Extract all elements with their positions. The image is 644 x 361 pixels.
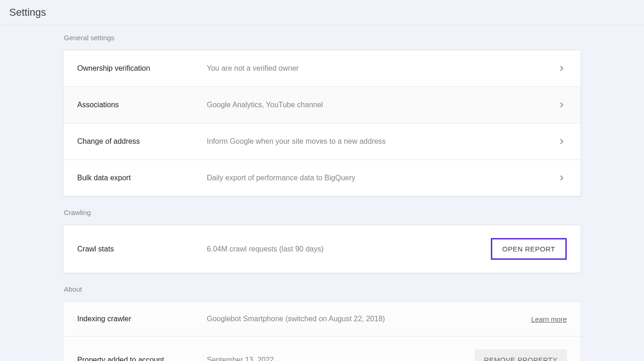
- chevron-right-icon: [557, 100, 567, 110]
- associations-row[interactable]: Associations Google Analytics, YouTube c…: [63, 87, 581, 123]
- general-settings-label: General settings: [63, 25, 581, 50]
- property-added-action: REMOVE PROPERTY: [475, 349, 567, 361]
- property-added-label: Property added to account: [77, 356, 207, 361]
- bulk-data-export-row[interactable]: Bulk data export Daily export of perform…: [63, 160, 581, 196]
- settings-content: General settings Ownership verification …: [58, 25, 586, 361]
- indexing-crawler-label: Indexing crawler: [77, 315, 207, 323]
- ownership-verification-row[interactable]: Ownership verification You are not a ver…: [63, 50, 581, 87]
- crawling-label: Crawling: [63, 200, 581, 225]
- open-report-button[interactable]: OPEN REPORT: [491, 238, 567, 260]
- associations-label: Associations: [77, 101, 207, 109]
- ownership-verification-value: You are not a verified owner: [207, 64, 557, 73]
- page-header: Settings: [0, 0, 644, 25]
- crawl-stats-label: Crawl stats: [77, 245, 207, 253]
- crawl-stats-value: 6.04M crawl requests (last 90 days): [207, 245, 491, 253]
- bulk-data-export-value: Daily export of performance data to BigQ…: [207, 174, 557, 182]
- page-title: Settings: [9, 6, 635, 18]
- indexing-crawler-action: Learn more: [531, 315, 567, 323]
- crawling-card: Crawl stats 6.04M crawl requests (last 9…: [63, 225, 581, 273]
- learn-more-link[interactable]: Learn more: [531, 315, 567, 323]
- chevron-right-icon: [557, 173, 567, 183]
- ownership-verification-label: Ownership verification: [77, 64, 207, 73]
- general-settings-card: Ownership verification You are not a ver…: [63, 50, 581, 196]
- property-added-row: Property added to account September 13, …: [63, 337, 581, 361]
- change-of-address-value: Inform Google when your site moves to a …: [207, 137, 557, 146]
- associations-value: Google Analytics, YouTube channel: [207, 101, 557, 109]
- about-card: Indexing crawler Googlebot Smartphone (s…: [63, 301, 581, 361]
- remove-property-button[interactable]: REMOVE PROPERTY: [475, 349, 567, 361]
- crawl-stats-action: OPEN REPORT: [491, 238, 567, 260]
- change-of-address-row[interactable]: Change of address Inform Google when you…: [63, 123, 581, 160]
- change-of-address-label: Change of address: [77, 137, 207, 146]
- chevron-right-icon: [557, 63, 567, 73]
- about-label: About: [63, 277, 581, 301]
- bulk-data-export-label: Bulk data export: [77, 174, 207, 182]
- crawl-stats-row: Crawl stats 6.04M crawl requests (last 9…: [63, 225, 581, 273]
- indexing-crawler-row: Indexing crawler Googlebot Smartphone (s…: [63, 302, 581, 337]
- indexing-crawler-value: Googlebot Smartphone (switched on August…: [207, 315, 531, 323]
- property-added-value: September 13, 2022: [207, 356, 475, 361]
- chevron-right-icon: [557, 136, 567, 147]
